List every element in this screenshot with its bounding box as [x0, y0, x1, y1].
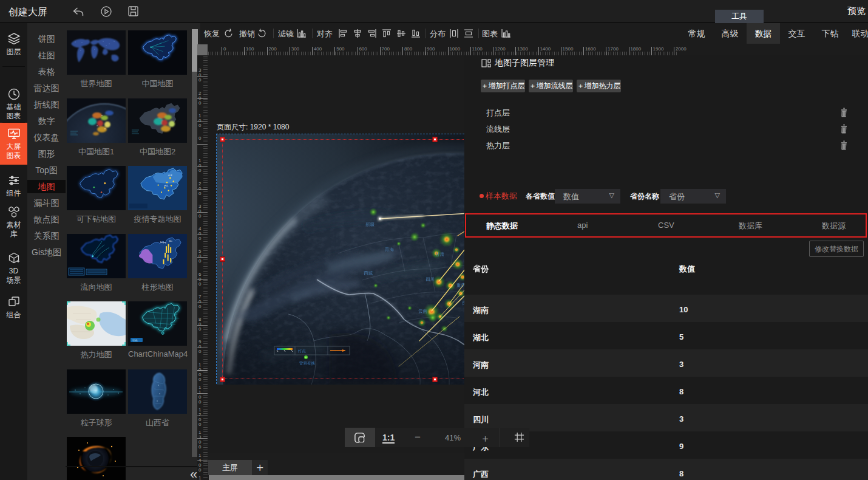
svg-text:北京: 北京 — [168, 174, 173, 177]
svg-text:武汉: 武汉 — [164, 185, 169, 187]
svg-text:Jilin: Jilin — [169, 240, 172, 242]
svg-text:Beijing: Beijing — [160, 241, 166, 243]
svg-text:切换: 切换 — [132, 339, 138, 342]
